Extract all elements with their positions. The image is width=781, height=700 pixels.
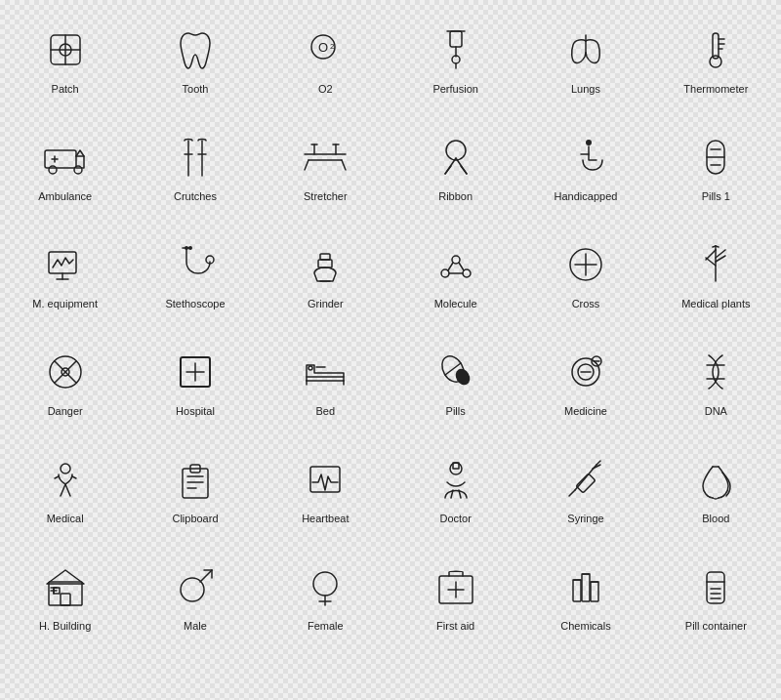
icon-cell-clipboard[interactable]: Clipboard — [130, 430, 260, 537]
icon-cell-danger[interactable]: Danger — [0, 322, 130, 430]
svg-line-103 — [569, 490, 575, 496]
icon-cell-o2[interactable]: O 2 O2 — [261, 0, 390, 107]
svg-line-115 — [200, 570, 212, 582]
medical-icon — [38, 453, 92, 507]
icon-cell-thermometer[interactable]: Thermometer — [651, 0, 781, 107]
hospital-icon — [168, 346, 222, 399]
svg-point-45 — [185, 246, 188, 250]
patch-icon — [38, 23, 92, 77]
svg-rect-124 — [573, 580, 581, 601]
heartbeat-icon — [299, 453, 352, 507]
tooth-icon — [168, 23, 222, 77]
svg-point-118 — [313, 572, 337, 596]
chemicals-label: Chemicals — [560, 620, 610, 633]
syringe-label: Syringe — [567, 513, 603, 525]
icon-cell-perfusion[interactable]: Perfusion — [390, 0, 520, 107]
icon-cell-medicalplants[interactable]: Medical plants — [651, 215, 781, 322]
medical-label: Medical — [47, 513, 84, 525]
ambulance-label: Ambulance — [38, 190, 92, 203]
icon-cell-pillcontainer[interactable]: Pill container — [651, 537, 781, 644]
icon-cell-syringe[interactable]: Syringe — [520, 430, 650, 537]
icon-cell-molecule[interactable]: Molecule — [390, 215, 520, 322]
male-icon — [168, 560, 222, 614]
cross-icon — [558, 238, 612, 292]
dna-icon — [689, 346, 743, 399]
o2-icon: O 2 — [299, 23, 352, 77]
svg-rect-17 — [45, 150, 76, 168]
lungs-icon — [558, 23, 612, 77]
handicapped-icon — [558, 131, 612, 185]
hbuilding-icon — [38, 560, 92, 614]
svg-line-54 — [459, 263, 464, 270]
icon-cell-bed[interactable]: Bed — [261, 322, 390, 430]
icon-cell-hospital[interactable]: Hospital — [130, 322, 260, 430]
svg-point-46 — [188, 246, 192, 250]
cross-label: Cross — [572, 298, 600, 310]
lungs-label: Lungs — [571, 83, 600, 96]
icon-cell-ambulance[interactable]: Ambulance — [0, 107, 130, 215]
clipboard-icon — [168, 453, 222, 507]
svg-rect-102 — [576, 474, 596, 493]
female-label: Female — [308, 620, 344, 633]
hbuilding-label: H. Building — [39, 620, 91, 633]
icon-cell-mequipment[interactable]: M. equipment — [0, 215, 130, 322]
handicapped-label: Handicapped — [555, 190, 618, 203]
icon-cell-cross[interactable]: Cross — [520, 215, 650, 322]
stethoscope-label: Stethoscope — [165, 298, 225, 310]
icon-cell-hbuilding[interactable]: H. Building — [0, 537, 130, 644]
svg-point-78 — [308, 366, 312, 370]
pills1-label: Pills 1 — [702, 190, 730, 203]
crutches-label: Crutches — [174, 190, 217, 203]
heartbeat-label: Heartbeat — [302, 513, 349, 525]
svg-line-27 — [305, 160, 308, 170]
icon-cell-patch[interactable]: Patch — [0, 0, 130, 107]
molecule-icon — [429, 238, 482, 292]
ribbon-icon — [429, 131, 482, 185]
pills-icon — [429, 346, 482, 399]
grinder-label: Grinder — [308, 298, 344, 310]
bed-icon — [299, 346, 352, 399]
stretcher-label: Stretcher — [304, 190, 348, 203]
danger-label: Danger — [48, 405, 83, 418]
icon-cell-ribbon[interactable]: Ribbon — [390, 107, 520, 215]
icon-cell-crutches[interactable]: Crutches — [130, 107, 260, 215]
icon-cell-pills[interactable]: Pills — [390, 322, 520, 430]
danger-icon — [38, 346, 92, 399]
icon-cell-firstaid[interactable]: First aid — [390, 537, 520, 644]
icon-cell-stethoscope[interactable]: Stethoscope — [130, 215, 260, 322]
icon-cell-heartbeat[interactable]: Heartbeat — [261, 430, 390, 537]
icon-cell-tooth[interactable]: Tooth — [130, 0, 260, 107]
icon-grid: Patch Tooth O 2 O2 — [0, 0, 781, 644]
mequipment-icon — [38, 238, 92, 292]
icon-cell-blood[interactable]: Blood — [651, 430, 781, 537]
icon-cell-grinder[interactable]: Grinder — [261, 215, 390, 322]
svg-point-13 — [710, 56, 721, 67]
mequipment-label: M. equipment — [32, 298, 98, 310]
thermometer-icon — [689, 23, 743, 77]
chemicals-icon — [558, 560, 612, 614]
icon-cell-dna[interactable]: DNA — [651, 322, 781, 430]
icon-cell-lungs[interactable]: Lungs — [520, 0, 650, 107]
svg-rect-109 — [61, 594, 70, 605]
blood-label: Blood — [702, 513, 729, 525]
svg-rect-125 — [582, 574, 590, 601]
svg-rect-126 — [591, 582, 598, 601]
svg-line-53 — [448, 263, 453, 270]
icon-cell-male[interactable]: Male — [130, 537, 260, 644]
icon-cell-female[interactable]: Female — [261, 537, 390, 644]
svg-point-19 — [74, 166, 82, 174]
icon-cell-doctor[interactable]: Doctor — [390, 430, 520, 537]
icon-cell-stretcher[interactable]: Stretcher — [261, 107, 390, 215]
doctor-label: Doctor — [439, 513, 471, 525]
icon-cell-medical[interactable]: Medical — [0, 430, 130, 537]
svg-text:O: O — [318, 40, 328, 55]
icon-cell-medicine[interactable]: Medicine — [520, 322, 650, 430]
icon-cell-handicapped[interactable]: Handicapped — [520, 107, 650, 215]
pillcontainer-icon — [689, 560, 743, 614]
firstaid-icon — [429, 560, 482, 614]
stretcher-icon — [299, 131, 352, 185]
icon-cell-chemicals[interactable]: Chemicals — [520, 537, 650, 644]
svg-point-32 — [446, 141, 466, 160]
male-label: Male — [184, 620, 207, 633]
icon-cell-pills1[interactable]: Pills 1 — [651, 107, 781, 215]
